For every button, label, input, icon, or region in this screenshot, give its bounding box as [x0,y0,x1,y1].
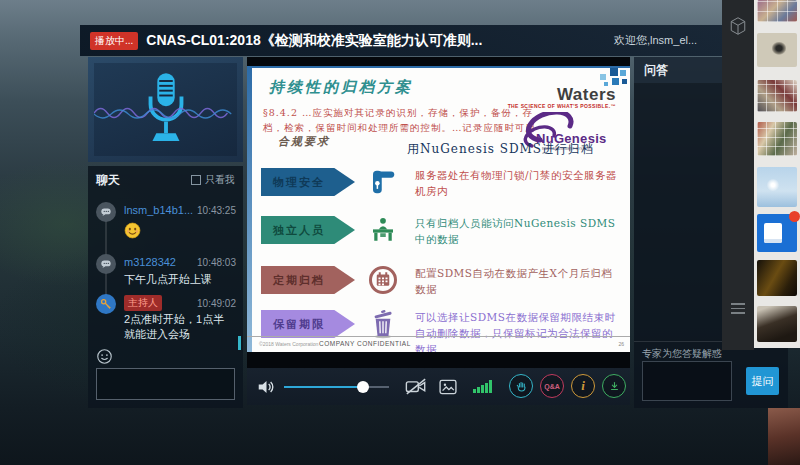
slide-footer: ©2018 Waters Corporation COMPANY CONFIDE… [247,336,630,352]
slide-row: 定期归档 配置SDMS自动在数据产生X个月后归档数据 [247,266,630,306]
message-time: 10:48:03 [197,257,236,268]
waters-tagline: THE SCIENCE OF WHAT'S POSSIBLE.™ [508,103,616,109]
qa-prompt-label: 专家为您答疑解惑 [642,347,722,361]
webinar-screen: 播放中... CNAS-CL01:2018《检测和校准实验室能力认可准则... … [0,0,800,465]
presenter-video-panel [88,57,243,162]
slide-page-number: 26 [618,341,624,347]
photo-grid-thumbnail[interactable] [757,0,797,22]
message-username: lnsm_b14b1... [124,204,193,216]
compliance-label: 合规要求 [278,134,330,149]
corner-photo[interactable] [768,408,800,465]
slide-row-label: 保留期限 [273,317,325,332]
ask-question-button[interactable]: 提问 [746,367,779,395]
slide-row-arrow-0: 物理安全 [261,168,355,196]
qa-question-input[interactable] [642,361,732,401]
audio-only-visual [94,63,237,156]
key-icon [99,297,113,311]
archivist-desk-icon [365,212,401,248]
slide-row-label: 独立人员 [273,223,325,238]
info-button[interactable]: i [571,374,595,398]
signal-bars-icon [473,380,492,393]
slide-title: 持续性的归档方案 [269,78,413,97]
door-lock-icon [365,164,401,200]
header-bar: 播放中... CNAS-CL01:2018《检测和校准实验室能力认可准则... … [80,25,800,56]
message-content [124,222,234,239]
only-me-checkbox[interactable] [191,175,201,185]
only-me-filter[interactable]: 只看我 [191,173,235,187]
welcome-text: 欢迎您,lnsm_el... [614,33,697,48]
cube-icon[interactable] [729,16,747,36]
slide-row-label: 定期归档 [273,273,325,288]
player-controls: Q&A i [247,368,630,405]
cat-photo-thumbnail[interactable] [757,33,797,67]
notes-app-icon[interactable] [757,214,797,252]
message-meta: lnsm_b14b1... 10:43:25 [124,204,236,216]
message-content: 2点准时开始，1点半就能进入会场 [124,312,234,342]
slide-row-desc-0: 服务器处在有物理门锁/门禁的安全服务器机房内 [415,168,621,200]
portrait-photo-thumbnail[interactable] [757,306,797,342]
volume-slider[interactable] [284,381,389,393]
user-avatar [96,254,116,274]
photo-grid-thumbnail[interactable] [757,122,797,156]
slide-copyright: ©2018 Waters Corporation [259,341,318,347]
presentation-stage: 持续性的归档方案 §8.4.2 …应实施对其记录的识别，存储，保护，备份，存档，… [247,57,630,368]
user-avatar [96,202,116,222]
camera-off-icon[interactable] [405,378,427,395]
message-time: 10:43:25 [197,205,236,216]
volume-knob[interactable] [357,381,369,393]
presentation-slide: 持续性的归档方案 §8.4.2 …应实施对其记录的识别，存储，保护，备份，存档，… [247,66,630,352]
slide-confidential: COMPANY CONFIDENTIAL [319,340,411,347]
slide-row-desc-2: 配置SDMS自动在数据产生X个月后归档数据 [415,266,621,298]
qa-button[interactable]: Q&A [540,374,564,398]
calendar-icon [365,262,401,298]
raise-hand-button[interactable] [509,374,533,398]
slide-row-arrow-1: 独立人员 [261,216,355,244]
message-username: m3128342 [124,256,193,268]
screenshot-icon[interactable] [439,379,457,395]
webinar-title: CNAS-CL01:2018《检测和校准实验室能力认可准则... [146,32,482,50]
only-me-label: 只看我 [205,173,235,187]
night-photo-thumbnail[interactable] [757,260,797,296]
volume-fill [284,386,363,388]
smiling-face-emoji [124,222,141,239]
host-avatar [96,294,116,314]
host-badge: 主持人 [124,295,162,311]
waters-logo: Waters THE SCIENCE OF WHAT'S POSSIBLE.™ [508,86,616,109]
download-button[interactable] [602,374,626,398]
menu-icon[interactable] [731,300,745,317]
method-label: 用NuGenesis SDMS进行归档 [407,141,594,158]
action-buttons: Q&A i [509,374,626,398]
download-icon [608,380,621,393]
chat-bubble-icon [99,205,113,219]
chat-header: 聊天 只看我 [88,166,243,194]
message-time: 10:49:02 [197,298,236,309]
chat-title: 聊天 [96,172,191,189]
live-status-badge: 播放中... [90,32,138,50]
slide-row-desc-1: 只有归档人员能访问NuGenesis SDMS中的数据 [415,216,621,248]
chat-panel: 聊天 只看我 lnsm_b14b1... 10:43:25 [88,166,243,408]
sound-wave-icon [94,101,237,125]
slide-row-label: 物理安全 [273,175,325,190]
message-content: 下午几点开始上课 [124,272,234,287]
chat-scrollbar-thumb[interactable] [238,336,241,350]
smiley-outline-icon [96,348,113,365]
chat-bubble-icon [99,257,113,271]
dandelion-photo-thumbnail[interactable] [757,167,797,207]
emoji-picker-button[interactable] [96,348,114,366]
message-meta: 主持人 10:49:02 [124,295,236,311]
waters-logo-text: Waters [508,86,616,103]
photo-grid-thumbnail[interactable] [757,80,797,112]
chat-message-input[interactable] [96,368,235,400]
message-meta: m3128342 10:48:03 [124,256,236,268]
slide-row-arrow-3: 保留期限 [261,310,355,338]
slide-row: 物理安全 服务器处在有物理门锁/门禁的安全服务器机房内 [247,168,630,208]
speaker-icon[interactable] [257,379,276,395]
hand-icon [515,380,528,393]
slide-row: 独立人员 只有归档人员能访问NuGenesis SDMS中的数据 [247,216,630,256]
side-toolbar [722,0,754,350]
slide-row-arrow-2: 定期归档 [261,266,355,294]
thumbnail-strip [754,0,800,348]
slide-quote: §8.4.2 …应实施对其记录的识别，存储，保护，备份，存档，检索，保留时间和处… [263,106,543,135]
